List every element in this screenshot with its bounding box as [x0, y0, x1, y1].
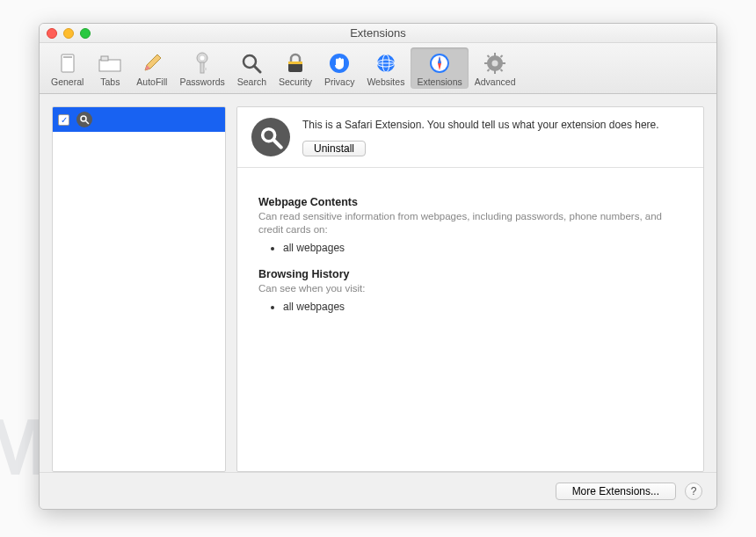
tab-tabs[interactable]: Tabs [90, 47, 130, 89]
list-item: all webpages [283, 301, 682, 313]
svg-rect-25 [487, 54, 491, 58]
permission-subtitle: Can read sensitive information from webp… [258, 210, 682, 236]
permission-subtitle: Can see when you visit: [258, 282, 682, 295]
tab-label: Websites [367, 76, 404, 87]
tabs-icon [98, 51, 122, 76]
window-footer: More Extensions... ? [40, 472, 716, 509]
search-icon [251, 118, 290, 156]
permissions-section: Webpage Contents Can read sensitive info… [237, 168, 703, 341]
svg-rect-22 [494, 70, 496, 74]
tab-websites[interactable]: Websites [360, 47, 411, 89]
uninstall-button[interactable]: Uninstall [302, 141, 366, 156]
tab-label: Tabs [100, 76, 120, 87]
svg-rect-21 [494, 53, 496, 56]
permission-title: Webpage Contents [258, 196, 682, 208]
content-area: ✓ This is a Safari Extension. You should… [40, 94, 716, 472]
permission-list: all webpages [283, 242, 682, 254]
svg-rect-3 [101, 56, 108, 61]
svg-rect-24 [502, 62, 505, 64]
preferences-window: Extensions General Tabs AutoFill Passwor… [39, 23, 717, 510]
svg-rect-6 [200, 62, 204, 73]
sidebar-item-extension[interactable]: ✓ [53, 107, 225, 132]
minimize-icon[interactable] [63, 28, 74, 39]
extension-info: This is a Safari Extension. You should t… [302, 118, 659, 156]
extension-header: This is a Safari Extension. You should t… [237, 107, 703, 168]
tab-label: Search [237, 76, 266, 87]
key-icon [190, 51, 214, 76]
search-icon [239, 51, 264, 76]
svg-point-5 [200, 56, 205, 61]
tab-label: Privacy [324, 76, 354, 87]
tab-passwords[interactable]: Passwords [173, 47, 230, 89]
svg-rect-11 [288, 62, 302, 64]
svg-rect-27 [500, 54, 504, 58]
svg-rect-26 [500, 69, 504, 72]
svg-rect-1 [63, 56, 72, 58]
tab-label: Passwords [179, 76, 224, 87]
svg-rect-7 [204, 68, 207, 70]
svg-line-9 [254, 66, 260, 72]
permission-title: Browsing History [258, 268, 682, 280]
tab-autofill[interactable]: AutoFill [130, 47, 173, 89]
title-bar: Extensions [40, 24, 716, 43]
globe-icon [374, 51, 398, 76]
switch-icon [55, 51, 80, 76]
extension-enabled-checkbox[interactable]: ✓ [58, 114, 69, 126]
help-button[interactable]: ? [685, 483, 702, 500]
hand-icon [327, 51, 352, 76]
tab-label: Security [279, 76, 312, 87]
svg-rect-2 [99, 60, 120, 71]
close-icon[interactable] [47, 28, 57, 39]
tab-general[interactable]: General [45, 47, 90, 89]
zoom-icon[interactable] [80, 28, 91, 39]
permission-list: all webpages [283, 301, 682, 313]
tab-label: Advanced [475, 76, 516, 87]
svg-rect-23 [484, 62, 488, 64]
traffic-lights [47, 28, 91, 39]
search-icon [76, 112, 92, 127]
gear-icon [483, 51, 507, 76]
compass-icon [427, 51, 452, 76]
tab-security[interactable]: Security [273, 47, 318, 89]
window-title: Extensions [40, 26, 716, 40]
svg-line-32 [274, 141, 281, 148]
list-item: all webpages [283, 242, 682, 254]
preferences-toolbar: General Tabs AutoFill Passwords Search [40, 43, 716, 94]
tab-search[interactable]: Search [231, 47, 273, 89]
tab-privacy[interactable]: Privacy [318, 47, 360, 89]
pencil-icon [140, 51, 164, 76]
tab-label: General [51, 76, 84, 87]
svg-point-20 [492, 61, 498, 67]
extensions-sidebar: ✓ [52, 106, 226, 472]
tab-extensions[interactable]: Extensions [411, 47, 468, 89]
tab-advanced[interactable]: Advanced [469, 47, 522, 89]
more-extensions-button[interactable]: More Extensions... [556, 483, 676, 500]
lock-icon [283, 51, 308, 76]
extension-description: This is a Safari Extension. You should t… [302, 118, 659, 132]
tab-label: Extensions [417, 76, 462, 87]
extension-details: This is a Safari Extension. You should t… [236, 106, 704, 472]
svg-rect-28 [487, 69, 491, 72]
svg-line-30 [86, 121, 89, 124]
tab-label: AutoFill [136, 76, 167, 87]
